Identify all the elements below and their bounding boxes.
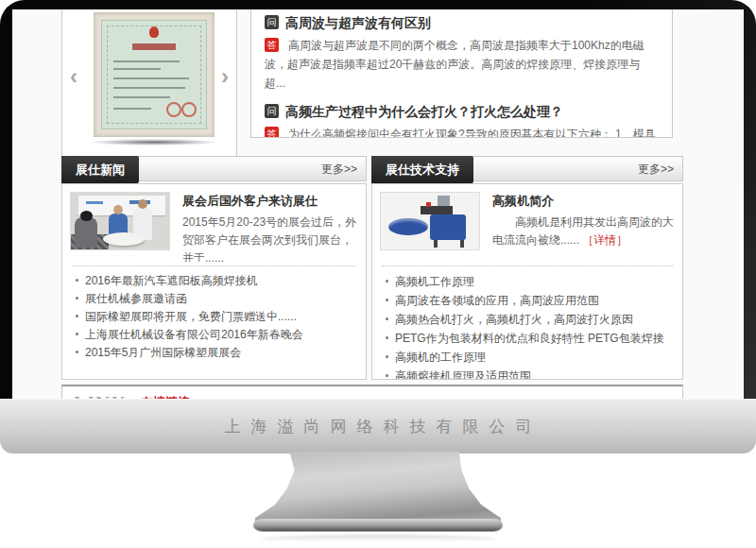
photo-table-shape (103, 232, 145, 246)
news-photo[interactable] (70, 192, 170, 250)
bullet-icon (386, 355, 388, 358)
support-list-item[interactable]: 高频热合机打火，高频机打火，高周波打火原因 (384, 310, 671, 329)
support-article-text: 高频机简介 高频机是利用其发出高周波的大电流流向被绕...... ［详情］ (492, 193, 675, 249)
news-item-label: 国际橡塑展即将开展，免费门票赠送中...... (85, 310, 297, 323)
monitor-stand-neck (255, 452, 501, 525)
certificate-text-line (113, 87, 185, 89)
monitor-chin: 上海溢尚网络科技有限公司 (0, 399, 756, 454)
certificate-title-bar (132, 43, 176, 50)
friend-links-bar: LINK 友情链接 申请友情链接入口>> (61, 385, 683, 399)
news-list-item[interactable]: 2015年5月广州国际橡塑展展会 (74, 344, 354, 362)
photo-person-shape (75, 217, 97, 248)
answer-badge-icon: 答 (265, 38, 279, 52)
support-list-item[interactable]: PETG作为包装材料的优点和良好特性 PETG包装焊接 (384, 329, 671, 348)
certificate-image[interactable] (94, 12, 215, 137)
bullet-icon (76, 333, 78, 335)
monitor-stand-base (253, 519, 503, 531)
qa-question-row: 问高周波与超声波有何区别 (265, 14, 659, 32)
certificate-paper (101, 20, 207, 129)
photo-person-shape (80, 211, 93, 221)
news-list-item[interactable]: 国际橡塑展即将开展，免费门票赠送中...... (74, 308, 354, 326)
certificate-text-line (113, 96, 170, 98)
support-section-header: 展仕技术支持 更多>> (371, 156, 683, 181)
support-more-link[interactable]: 更多>> (638, 157, 674, 182)
support-article-title[interactable]: 高频机简介 (492, 193, 675, 210)
news-article-text: 展会后国外客户来访展仕 2015年5月20-23号的展会过后，外贸部客户在展会两… (182, 193, 358, 262)
certificate-text-line (113, 68, 161, 70)
news-item-label: 展仕机械参展邀请函 (85, 292, 187, 305)
certificate-text-line (113, 60, 180, 62)
bullet-icon (386, 280, 388, 283)
qa-answer-text: 高周波与超声波是不同的两个概念，高周波是指频率大于100Khz的电磁波，超声波是… (265, 39, 644, 90)
machine-turntable-shape (388, 218, 428, 235)
support-item-label: 高频机工作原理 (395, 275, 474, 288)
news-featured-article: 展会后国外客户来访展仕 2015年5月20-23号的展会过后，外贸部客户在展会两… (70, 192, 358, 262)
bullet-icon (386, 299, 388, 301)
news-list: 2016年最新汽车遮阳板高频焊接机 展仕机械参展邀请函 国际橡塑展即将开展，免费… (70, 266, 358, 362)
qa-question-row: 问高频生产过程中为什么会打火？打火怎么处理？ (265, 103, 659, 121)
qa-answer-text: 为什么高频熔接间中会有打火现象?导致的原因基本有以下六种： 1、模具水平调整的不… (265, 128, 656, 138)
machine-body-shape (430, 214, 466, 240)
news-list-item[interactable]: 2016年最新汽车遮阳板高频焊接机 (74, 272, 354, 290)
monitor-mockup: ‹ (0, 0, 756, 548)
news-list-item[interactable]: 上海展仕机械设备有限公司2016年新春晚会 (74, 326, 354, 344)
support-machine-photo[interactable] (380, 192, 480, 250)
support-article-excerpt: 高频机是利用其发出高周波的大电流流向被绕...... ［详情］ (492, 214, 675, 249)
bullet-icon (386, 336, 388, 339)
qa-question-link[interactable]: 高频生产过程中为什么会打火？打火怎么处理？ (285, 104, 563, 119)
photo-person-shape (113, 205, 123, 214)
question-badge-icon: 问 (265, 104, 279, 118)
machine-accent-shape (426, 202, 431, 207)
link-word-label: LINK (74, 391, 128, 399)
certificate-seal-icon (181, 102, 197, 117)
photo-shadow (89, 139, 219, 146)
news-item-label: 上海展仕机械设备有限公司2016年新春晚会 (85, 328, 303, 341)
support-item-label: 高频机的工作原理 (395, 351, 486, 364)
bullet-icon (76, 279, 78, 282)
news-article-title[interactable]: 展会后国外客户来访展仕 (182, 193, 358, 210)
news-panel: 展会后国外客户来访展仕 2015年5月20-23号的展会过后，外贸部客户在展会两… (61, 183, 367, 380)
support-detail-link[interactable]: ［详情］ (582, 233, 627, 247)
photo-logo-shape (86, 201, 103, 204)
support-item-label: 高频熔接机原理及适用范围 (395, 369, 531, 380)
certificate-carousel: ‹ (61, 9, 237, 157)
carousel-prev-icon[interactable]: ‹ (70, 65, 77, 88)
news-more-link[interactable]: 更多>> (321, 157, 357, 182)
machine-head-shape (421, 206, 453, 214)
bullet-icon (386, 374, 388, 377)
carousel-next-icon[interactable]: › (221, 65, 229, 88)
support-item-label: 高频热合机打火，高频机打火，高周波打火原因 (395, 313, 633, 326)
news-item-label: 2016年最新汽车遮阳板高频焊接机 (85, 274, 258, 287)
stand-reflection (261, 535, 495, 543)
support-list-item[interactable]: 高频机的工作原理 (384, 348, 671, 367)
bullet-icon (76, 297, 78, 300)
news-section-header: 展仕新闻 更多>> (61, 156, 367, 181)
certificate-text-line (113, 108, 151, 110)
news-section-title: 展仕新闻 (61, 156, 139, 183)
photo-person-shape (138, 199, 147, 209)
bullet-icon (76, 351, 78, 353)
machine-leg-shape (434, 240, 438, 248)
qa-item: 问高周波与超声波有何区别 答高周波与超声波是不同的两个概念，高周波是指频率大于1… (265, 14, 659, 93)
news-article-excerpt: 2015年5月20-23号的展会过后，外贸部客户在展会两次到我们展台，并于...… (182, 214, 358, 262)
news-item-label: 2015年5月广州国际橡塑展展会 (85, 346, 241, 359)
support-item-label: PETG作为包装材料的优点和良好特性 PETG包装焊接 (395, 332, 664, 345)
bullet-icon (76, 315, 78, 317)
machine-leg-shape (460, 240, 464, 248)
support-item-label: 高周波在各领域的应用，高周波应用范围 (395, 294, 599, 307)
certificate-emblem-icon (149, 26, 159, 38)
question-badge-icon: 问 (265, 15, 279, 29)
monitor-bezel: ‹ (0, 0, 756, 399)
qa-question-link[interactable]: 高周波与超声波有何区别 (285, 15, 431, 30)
qa-item: 问高频生产过程中为什么会打火？打火怎么处理？ 答为什么高频熔接间中会有打火现象?… (265, 103, 659, 138)
support-featured-article: 高频机简介 高频机是利用其发出高周波的大电流流向被绕...... ［详情］ (380, 192, 675, 262)
news-list-item[interactable]: 展仕机械参展邀请函 (74, 290, 354, 308)
support-list-item[interactable]: 高频机工作原理 (384, 272, 671, 291)
support-list-item[interactable]: 高周波在各领域的应用，高周波应用范围 (384, 291, 671, 310)
certificate-text-line (113, 77, 189, 79)
certificate-seal-icon (166, 102, 181, 117)
bullet-icon (386, 317, 388, 320)
qa-panel: 问高周波与超声波有何区别 答高周波与超声波是不同的两个概念，高周波是指频率大于1… (250, 9, 673, 138)
browser-viewport: ‹ (12, 9, 744, 399)
support-list-item[interactable]: 高频熔接机原理及适用范围 (384, 367, 671, 380)
